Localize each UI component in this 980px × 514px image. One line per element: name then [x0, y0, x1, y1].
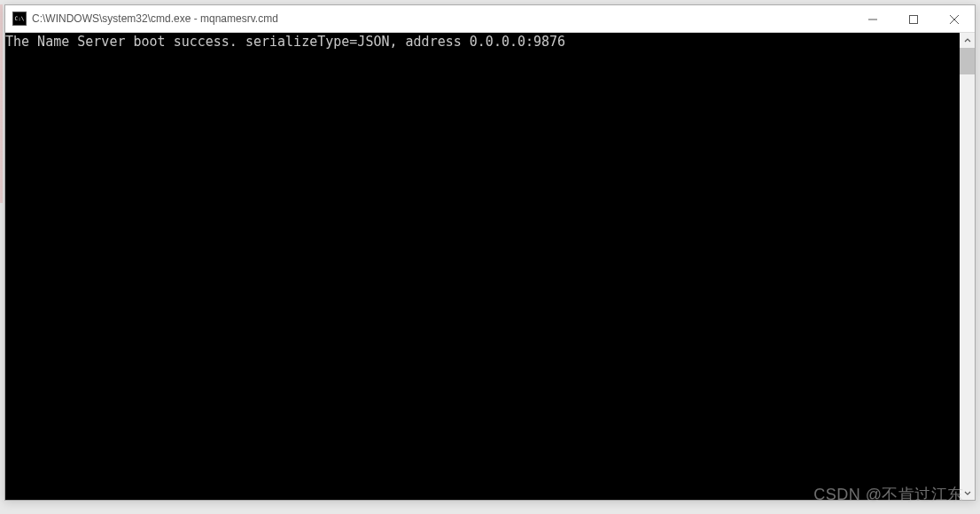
close-button[interactable] [934, 5, 975, 33]
close-icon [950, 15, 959, 24]
window-controls [852, 5, 975, 32]
chevron-up-icon [964, 37, 971, 44]
scroll-down-arrow[interactable] [960, 485, 975, 500]
cmd-window: C:\WINDOWS\system32\cmd.exe - mqnamesrv.… [4, 4, 976, 501]
cmd-icon [12, 12, 27, 26]
terminal-output[interactable]: The Name Server boot success. serializeT… [5, 33, 960, 500]
scroll-track[interactable] [960, 48, 975, 485]
minimize-button[interactable] [852, 5, 893, 33]
titlebar[interactable]: C:\WINDOWS\system32\cmd.exe - mqnamesrv.… [5, 5, 975, 33]
maximize-icon [909, 15, 918, 24]
client-area: The Name Server boot success. serializeT… [5, 33, 975, 500]
chevron-down-icon [964, 489, 971, 496]
edge-artifact [0, 4, 3, 501]
scroll-up-arrow[interactable] [960, 33, 975, 48]
minimize-icon [868, 15, 877, 24]
scroll-thumb[interactable] [960, 48, 975, 74]
svg-rect-1 [910, 15, 918, 23]
window-title: C:\WINDOWS\system32\cmd.exe - mqnamesrv.… [32, 12, 852, 25]
maximize-button[interactable] [893, 5, 934, 33]
vertical-scrollbar[interactable] [960, 33, 975, 500]
